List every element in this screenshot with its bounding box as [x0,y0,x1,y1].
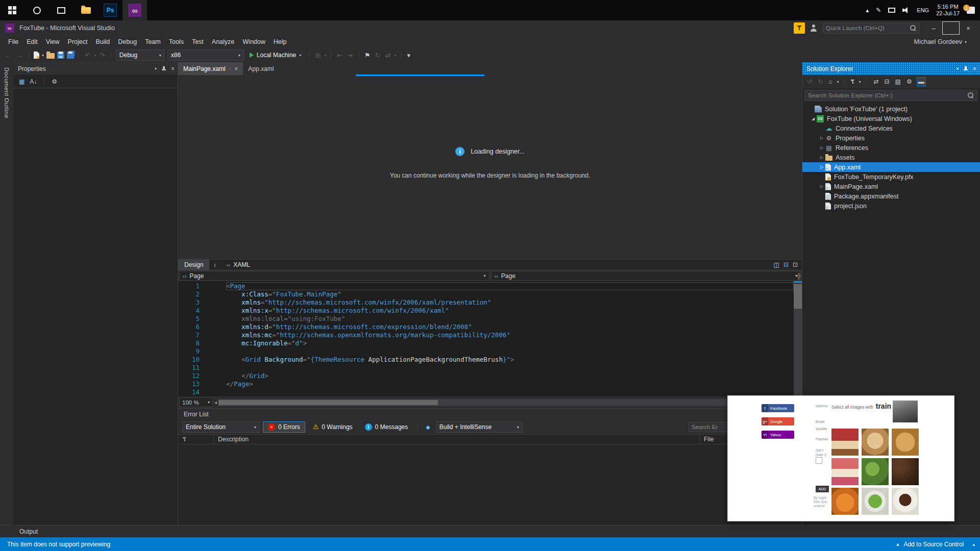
tab-close-icon[interactable]: × [234,65,238,72]
menu-test[interactable]: Test [188,36,208,48]
tree-item[interactable]: FoxTube_TemporaryKey.pfx [802,172,980,182]
menu-view[interactable]: View [42,36,64,48]
code-line[interactable]: xmlns="http://schemas.microsoft.com/winf… [226,298,794,307]
captcha-image-dessert-cups[interactable] [831,458,859,485]
captcha-image-salad-plate[interactable] [862,488,889,515]
clock[interactable]: 5:16 PM 22-Jul-17 [936,4,960,17]
menu-team[interactable]: Team [141,36,165,48]
solution-configuration-dropdown[interactable]: Debug▾ [116,49,165,61]
code-line[interactable] [226,388,794,396]
captcha-image-bread-bowl[interactable] [862,429,889,456]
scrollbar-thumb[interactable] [794,284,802,309]
severity-column-header[interactable] [178,435,214,444]
filter-icon[interactable] [850,80,855,84]
captcha-image-citrus-fruit[interactable] [831,488,859,515]
categorized-view-icon[interactable]: ▦ [19,78,24,85]
photoshop-button[interactable]: Ps [98,0,122,20]
tab-app-xaml[interactable]: App.xaml [243,62,279,75]
collapse-all-icon[interactable]: ⊟ [883,78,890,86]
attach-process-icon[interactable]: ⊞ [314,52,322,59]
start-debugging-button[interactable]: Local Machine ▾ [247,49,304,61]
captcha-image-coffee-cup[interactable] [892,488,919,515]
scroll-left-icon[interactable]: ◂ [213,399,218,405]
code-line[interactable] [226,364,794,372]
captcha-image-green-salad[interactable] [862,458,889,485]
display-icon[interactable] [888,8,895,13]
visual-studio-button[interactable]: ∞ [122,0,147,20]
preview-selected-items-icon[interactable]: ▬ [917,77,926,86]
scope-dropdown[interactable]: Entire Solution▾ [182,421,260,433]
decrease-indent-icon[interactable]: ⇤ [336,52,344,59]
navigate-forward-button[interactable]: → [15,52,24,59]
social-facebook-button[interactable]: fFacebook [762,404,794,412]
messages-filter-button[interactable]: i 0 Messages [360,421,413,433]
tree-item[interactable]: ▷Assets [802,153,980,162]
open-file-icon[interactable] [46,53,55,59]
comment-icon[interactable]: ↻ [374,52,382,59]
alphabetical-sort-icon[interactable]: A↓ [30,78,37,85]
horizontal-split-icon[interactable]: ⊟ [783,261,789,268]
code-line[interactable]: <Grid Background="{ThemeResource Applica… [226,356,794,364]
expander-icon[interactable]: ▷ [818,145,825,150]
tray-expand-icon[interactable]: ▴ [866,7,869,14]
maximize-button[interactable] [942,21,960,35]
expander-icon[interactable]: ▷ [818,155,825,160]
error-list-title[interactable]: Error List [178,409,802,420]
action-center-icon[interactable]: 1 [967,7,975,14]
close-icon[interactable]: × [171,65,175,72]
vertical-split-icon[interactable]: ◫ [774,261,779,268]
signup-checkbox[interactable] [816,457,822,464]
properties-icon[interactable]: ⚙ [905,78,913,86]
expand-pane-icon[interactable]: ⊡ [793,261,798,268]
breadcrumb-right[interactable]: ‹› Page ▾ [491,271,801,281]
tree-item[interactable]: ▷App.xaml [802,162,980,172]
solution-explorer-header[interactable]: Solution Explorer ▾ × [802,62,980,75]
increase-indent-icon[interactable]: ⇥ [346,52,354,59]
code-line[interactable]: </Page> [226,380,794,388]
account-menu[interactable]: Michael Gordeev ▾ [914,38,967,45]
code-line[interactable]: xmlns:x="http://schemas.microsoft.com/wi… [226,307,794,315]
output-panel[interactable]: Output [0,525,980,537]
tree-item[interactable]: Connected Services [802,123,980,133]
tab-pin-icon[interactable]: ◦ [229,66,231,71]
close-icon[interactable]: × [973,65,976,72]
menu-edit[interactable]: Edit [22,36,42,48]
scrollbar-thumb[interactable] [218,400,438,405]
undo-dropdown-icon[interactable]: ▾ [94,53,96,58]
quick-launch-input[interactable] [826,25,910,31]
captcha-image-coffee-beans[interactable] [892,458,919,485]
window-position-icon[interactable]: ▾ [957,66,959,71]
tree-item[interactable]: Solution 'FoxTube' (1 project) [802,104,980,114]
horizontal-scrollbar[interactable] [218,399,796,406]
expander-icon[interactable]: ▷ [818,136,825,140]
breadcrumb-left[interactable]: ‹› Page ▾ [179,271,489,281]
captcha-image-baked-pie[interactable] [892,429,919,456]
solution-platform-dropdown[interactable]: x86▾ [167,49,244,61]
save-all-icon[interactable] [67,52,74,59]
chevron-up-icon[interactable]: ▴ [972,542,975,547]
menu-debug[interactable]: Debug [114,36,141,48]
menu-build[interactable]: Build [91,36,114,48]
navigate-back-button[interactable]: ← [4,52,13,59]
build-intellisense-dropdown[interactable]: Build + IntelliSense▾ [436,421,523,433]
captcha-image-train[interactable] [893,400,918,422]
back-icon[interactable]: ↺ [806,78,813,86]
start-button[interactable] [0,0,24,20]
save-icon[interactable] [57,52,64,59]
menu-file[interactable]: File [4,36,22,48]
tree-item[interactable]: project.json [802,201,980,211]
feedback-filter-button[interactable] [794,22,805,34]
sync-with-active-document-icon[interactable]: ⇄ [872,78,879,86]
code-line[interactable]: mc:Ignorable="d"> [226,339,794,347]
bookmark-icon[interactable]: ⚑ [363,52,372,59]
xaml-code-editor[interactable]: 1234567891011121314 <Page x:Class="FoxTu… [178,281,802,396]
add-to-source-control-button[interactable]: Add to Source Control [903,541,964,548]
menu-window[interactable]: Window [238,36,269,48]
tab-xaml[interactable]: ‹› XAML [220,259,256,270]
forward-icon[interactable]: ↻ [817,78,824,86]
social-google-button[interactable]: g+Google [762,417,794,425]
undo-icon[interactable]: ↶ [84,52,91,59]
task-view-button[interactable] [49,0,74,20]
redo-icon[interactable]: ↷ [99,52,106,59]
file-explorer-button[interactable] [74,0,98,20]
